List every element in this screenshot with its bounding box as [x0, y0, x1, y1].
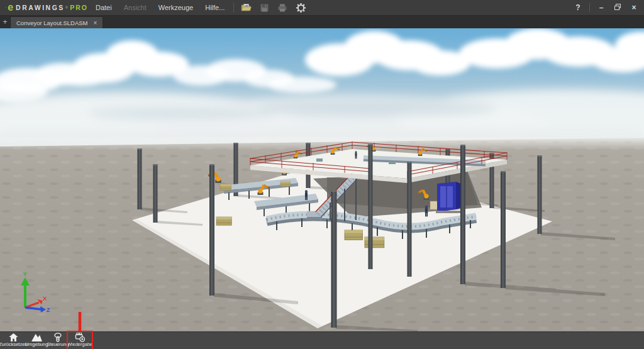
window-controls: ? – × [573, 3, 644, 12]
scene-3d: X Y Z [0, 28, 644, 331]
logo-trademark: ® [65, 6, 68, 9]
environment-icon [31, 333, 43, 342]
menu-bar: Datei Ansicht Werkzeuge Hilfe... [96, 4, 225, 11]
tab-conveyor-layout[interactable]: Conveyor Layout.SLDASM × [10, 16, 103, 28]
window-controls-separator [589, 3, 590, 12]
tab-label: Conveyor Layout.SLDASM [16, 19, 88, 26]
menu-ansicht: Ansicht [124, 4, 147, 11]
menu-hilfe[interactable]: Hilfe... [205, 4, 225, 11]
logo-dash-icon [5, 4, 6, 11]
minimize-button[interactable]: – [596, 3, 606, 12]
logo-edition: PRO [70, 4, 88, 11]
open-vr-file-icon[interactable]: VR [240, 2, 252, 13]
new-tab-button[interactable]: + [0, 16, 10, 28]
menu-datei[interactable]: Datei [96, 4, 112, 11]
button-umgebung[interactable]: Umgebung [26, 332, 47, 349]
close-button[interactable]: × [629, 3, 639, 12]
edrawings-logo: e DRAWINGS ® PRO [0, 3, 88, 13]
tab-bar: + Conveyor Layout.SLDASM × [0, 16, 644, 28]
button-steuerung[interactable]: Steuerung [48, 332, 68, 349]
button-wiedergabe[interactable]: Wiedergabe [68, 332, 92, 349]
home-icon [8, 333, 19, 342]
controller-icon [53, 333, 62, 342]
svg-text:VR: VR [299, 8, 303, 11]
bottom-toolbar: Zurücksetzen Umgebung Steuerung [0, 331, 644, 349]
help-button[interactable]: ? [573, 3, 583, 12]
logo-name: DRAWINGS [16, 4, 65, 11]
toolbar-separator [233, 3, 234, 13]
title-toolbar: VR [240, 2, 306, 13]
button-zuruecksetzen[interactable]: Zurücksetzen [1, 332, 25, 349]
edrawings-window: e DRAWINGS ® PRO Datei Ansicht Werkzeuge… [0, 0, 644, 349]
axis-x-label: X [43, 296, 47, 302]
viewport-3d[interactable]: X Y Z [0, 28, 644, 331]
logo-e: e [8, 3, 13, 13]
restore-icon [614, 4, 621, 10]
axis-z-label: Z [47, 307, 50, 313]
menu-werkzeuge[interactable]: Werkzeuge [158, 4, 193, 11]
print-icon [277, 2, 288, 13]
vr-options-gear-icon[interactable]: VR [295, 2, 306, 13]
blue-machine [436, 182, 462, 213]
tab-close-icon[interactable]: × [94, 19, 97, 26]
title-bar: e DRAWINGS ® PRO Datei Ansicht Werkzeuge… [0, 0, 644, 16]
axis-y-label: Y [23, 271, 27, 277]
save-icon [258, 2, 270, 13]
restore-button[interactable] [613, 3, 623, 12]
playback-icon [74, 333, 86, 342]
